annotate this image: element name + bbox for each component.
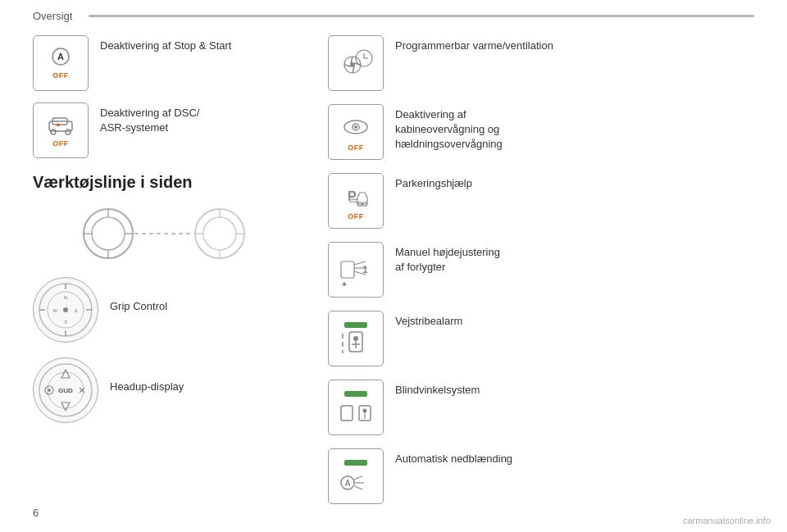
svg-point-26 (63, 307, 68, 312)
watermark: carmanualsonline.info (683, 516, 771, 525)
kabine-icon-box: OFF (328, 104, 384, 160)
svg-rect-69 (341, 406, 353, 421)
svg-point-36 (48, 389, 51, 392)
grip-control-dial: N S W E (33, 277, 98, 343)
blindvinkel-row: Blindvinkelsystem (328, 380, 754, 435)
headup-dial: GUD (33, 357, 98, 423)
forlygter-text: Manuel højdejustering af forlygter (395, 242, 500, 275)
nedblanding-icon-box: A (328, 448, 384, 504)
blindvinkel-icon (338, 399, 374, 424)
dsc-asr-icon (44, 113, 77, 138)
svg-text:N: N (64, 295, 67, 300)
kabine-text: Deaktivering af kabineovervågning og hæl… (395, 104, 503, 152)
right-column: Programmerbar varme/ventilation OFF Deak… (295, 35, 754, 517)
svg-point-45 (350, 62, 355, 67)
headup-icon: GUD (37, 361, 94, 419)
left-column: A OFF Deaktivering af Stop & Start OFF D… (33, 35, 295, 517)
nedblanding-green-bar (344, 460, 367, 466)
kabine-row: OFF Deaktivering af kabineovervågning og… (328, 104, 754, 160)
parkering-text: Parkeringshjælp (395, 173, 472, 191)
dsc-asr-label: OFF (52, 139, 69, 148)
svg-text:GUD: GUD (58, 387, 73, 394)
svg-text:1: 1 (362, 264, 368, 275)
blindvinkel-icon-box (328, 380, 384, 435)
parkering-icon-box: P OFF (328, 173, 384, 229)
parkering-icon: P (338, 181, 374, 211)
svg-line-41 (351, 57, 353, 63)
svg-point-51 (354, 125, 357, 129)
stop-start-label: OFF (52, 71, 69, 80)
vejstribe-text: Vejstribealarm (395, 311, 462, 329)
dsc-asr-text: Deaktivering af DSC/ ASR-systemet (100, 102, 199, 135)
svg-point-4 (51, 130, 56, 134)
svg-marker-34 (61, 402, 70, 411)
svg-text:E: E (75, 308, 78, 313)
main-content: A OFF Deaktivering af Stop & Start OFF D… (0, 27, 787, 532)
kabine-label: OFF (348, 143, 364, 152)
vejstribe-green-bar (344, 322, 367, 328)
blindvinkel-text: Blindvinkelsystem (395, 380, 480, 398)
svg-marker-33 (61, 370, 70, 378)
forlygter-row: 1 Manuel højdejustering af forlygter (328, 242, 754, 298)
headup-row: GUD Headup-display (33, 357, 295, 423)
programmerbar-icon-box (328, 35, 384, 91)
stop-start-row: A OFF Deaktivering af Stop & Start (33, 35, 295, 91)
svg-rect-6 (57, 124, 60, 126)
nedblanding-row: A Automatisk nedblænding (328, 448, 754, 504)
svg-text:A: A (344, 479, 350, 488)
grip-control-icon: N S W E (37, 281, 94, 339)
kabine-icon (338, 112, 374, 142)
parkering-row: P OFF Parkeringshjælp (328, 173, 754, 229)
svg-point-8 (92, 217, 125, 250)
forlygter-icon: 1 (338, 253, 374, 286)
steering-wheel-area (33, 205, 295, 262)
vejstribe-icon (338, 330, 374, 355)
svg-point-66 (353, 336, 358, 341)
svg-point-15 (203, 217, 236, 250)
svg-line-77 (354, 486, 362, 489)
parkering-label: OFF (348, 212, 364, 221)
section-heading: Værktøjslinje i siden (33, 173, 295, 192)
programmerbar-text: Programmerbar varme/ventilation (395, 35, 553, 53)
svg-line-75 (354, 476, 362, 480)
dsc-asr-icon-box: OFF (33, 102, 89, 158)
programmerbar-row: Programmerbar varme/ventilation (328, 35, 754, 91)
forlygter-icon-box: 1 (328, 242, 384, 298)
page-title: Oversigt (33, 10, 72, 22)
svg-text:S: S (64, 320, 67, 325)
steering-wheel-illustration (74, 205, 254, 262)
blindvinkel-green-bar (344, 391, 367, 397)
svg-text:P: P (348, 189, 357, 203)
svg-marker-61 (342, 282, 347, 285)
svg-rect-55 (341, 261, 354, 278)
page-header: Oversigt (0, 0, 787, 27)
nedblanding-icon: A (338, 468, 374, 493)
header-line (89, 15, 754, 17)
headup-label: Headup-display (110, 380, 184, 393)
svg-line-44 (344, 65, 351, 66)
svg-text:A: A (57, 52, 64, 61)
stop-start-text: Deaktivering af Stop & Start (100, 35, 231, 53)
programmerbar-icon (338, 47, 374, 80)
svg-text:W: W (52, 308, 57, 313)
nedblanding-text: Automatisk nedblænding (395, 448, 512, 466)
svg-line-43 (353, 66, 354, 73)
page-number: 6 (33, 507, 39, 519)
vejstribe-icon-box (328, 311, 384, 366)
svg-point-5 (66, 130, 71, 134)
grip-control-row: N S W E Grip Control (33, 277, 295, 343)
vejstribe-row: Vejstribealarm (328, 311, 754, 366)
stop-start-icon-box: A OFF (33, 35, 89, 91)
grip-control-label: Grip Control (110, 300, 167, 312)
dsc-asr-row: OFF Deaktivering af DSC/ ASR-systemet (33, 102, 295, 158)
stop-start-icon: A (46, 47, 75, 70)
svg-point-71 (363, 409, 367, 413)
